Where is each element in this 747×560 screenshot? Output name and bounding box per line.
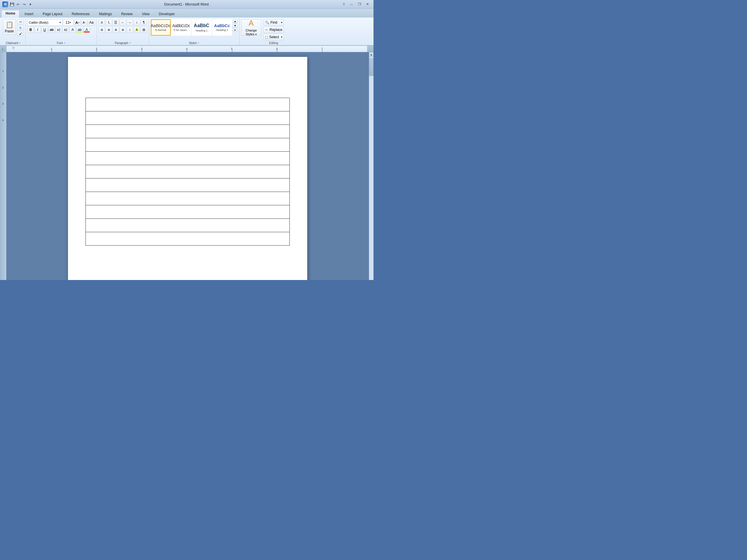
scrollbar-track[interactable]: [369, 57, 374, 280]
indent-marker[interactable]: ▽: [12, 46, 15, 50]
scrollbar-thumb[interactable]: [369, 58, 374, 76]
change-case-button[interactable]: Aa: [88, 19, 95, 26]
styles-scroll-up[interactable]: ▲: [233, 19, 237, 23]
text-effects-button[interactable]: A: [70, 27, 76, 33]
paragraph-expand-icon[interactable]: ↗: [129, 42, 131, 44]
subscript-button[interactable]: x2: [55, 27, 62, 33]
copy-button[interactable]: ⎘: [17, 25, 24, 30]
find-button[interactable]: 🔍 Find ▾: [263, 19, 284, 26]
borders-button[interactable]: ⊞: [140, 27, 147, 33]
table-cell[interactable]: [86, 125, 290, 138]
italic-button[interactable]: I: [34, 27, 41, 33]
cut-button[interactable]: ✂: [17, 19, 24, 25]
highlight-color-button[interactable]: ab: [76, 27, 83, 33]
table-cell[interactable]: [86, 165, 290, 179]
clipboard-section: 📋 Paste: [3, 19, 16, 35]
font-family-selector[interactable]: Calibri (Body) ▾: [27, 19, 62, 26]
style-heading1[interactable]: AaBbC Heading 1: [192, 19, 211, 35]
tab-mailings[interactable]: Mailings: [95, 10, 116, 17]
table-cell[interactable]: [86, 192, 290, 205]
show-hide-button[interactable]: ¶: [140, 19, 147, 26]
decrease-indent-button[interactable]: ←: [120, 19, 126, 26]
document-table[interactable]: [85, 98, 290, 246]
format-painter-button[interactable]: 🖌: [17, 31, 24, 36]
decrease-font-button[interactable]: A−: [81, 19, 87, 26]
table-cell[interactable]: [86, 152, 290, 165]
styles-scroll-down[interactable]: ▼: [233, 24, 237, 28]
shading-button[interactable]: A: [134, 27, 140, 33]
tab-page-layout[interactable]: Page Layout: [38, 10, 67, 17]
save-button[interactable]: 💾: [9, 2, 15, 7]
tab-insert[interactable]: Insert: [20, 10, 37, 17]
table-cell[interactable]: [86, 232, 290, 246]
table-cell[interactable]: [86, 179, 290, 192]
align-right-button[interactable]: ≡: [113, 27, 119, 33]
font-size-selector[interactable]: 11 ▾: [63, 19, 74, 26]
select-label: Select: [269, 35, 279, 39]
replace-label: Replace: [269, 28, 282, 32]
style-normal[interactable]: AaBbCcDc ¶ Normal: [151, 19, 171, 35]
table-cell[interactable]: [86, 98, 290, 111]
ribbon-content: 📋 Paste ✂ ⎘ 🖌 Clipboard ↗: [0, 17, 374, 45]
style-heading2[interactable]: AaBbCc Heading 2: [212, 19, 232, 35]
increase-indent-button[interactable]: →: [127, 19, 133, 26]
table-cell[interactable]: [86, 138, 290, 152]
align-left-button[interactable]: ≡: [99, 27, 105, 33]
font-size-arrow[interactable]: ▾: [70, 21, 71, 24]
line-spacing-button[interactable]: ↕: [127, 27, 133, 33]
multilevel-list-button[interactable]: ☰: [113, 19, 119, 26]
find-arrow: ▾: [281, 21, 282, 24]
tab-selector[interactable]: L: [0, 46, 6, 52]
style-nospacing-preview: AaBbCcDc: [173, 23, 190, 28]
tab-home[interactable]: Home: [1, 10, 20, 18]
table-cell[interactable]: [86, 219, 290, 232]
change-styles-label: ChangeStyles ▾: [246, 29, 257, 36]
tab-references[interactable]: References: [68, 10, 94, 17]
tab-developer[interactable]: Developer: [154, 10, 179, 17]
table-cell[interactable]: [86, 205, 290, 219]
restore-button[interactable]: ❐: [356, 1, 363, 7]
strikethrough-button[interactable]: ab: [48, 27, 55, 33]
undo-button[interactable]: ↩: [16, 2, 21, 7]
change-styles-button[interactable]: A ChangeStyles ▾: [241, 19, 261, 35]
style-heading1-label: Heading 1: [196, 29, 207, 32]
align-center-button[interactable]: ≡: [106, 27, 112, 33]
superscript-button[interactable]: x2: [62, 27, 69, 33]
style-normal-label: ¶ Normal: [156, 29, 166, 31]
paragraph-group: ≡ ⒈ ☰ ← → ↕ ¶ ≡ ≡ ≡ ≡ ↕ A ⊞: [97, 18, 149, 45]
clipboard-label: Clipboard ↗: [3, 41, 24, 45]
increase-font-button[interactable]: A+: [74, 19, 80, 26]
quick-access-dropdown[interactable]: ▾: [28, 2, 33, 7]
tab-review[interactable]: Review: [117, 10, 137, 17]
style-no-spacing[interactable]: AaBbCcDc ¶ No Spaci...: [171, 19, 191, 35]
scroll-up-button[interactable]: ▲: [369, 52, 374, 57]
underline-button[interactable]: U: [42, 27, 48, 33]
table-cell[interactable]: [86, 111, 290, 125]
select-button[interactable]: ⬚ Select ▾: [263, 34, 284, 40]
change-styles-content: A ChangeStyles ▾: [241, 19, 261, 41]
replace-button[interactable]: ↔ Replace: [263, 27, 284, 33]
clipboard-expand-icon[interactable]: ↗: [19, 42, 21, 44]
font-group: Calibri (Body) ▾ 11 ▾ A+ A− Aa B I U ab: [26, 18, 97, 45]
numbering-button[interactable]: ⒈: [106, 19, 112, 26]
styles-group: AaBbCcDc ¶ Normal AaBbCcDc ¶ No Spaci...…: [149, 18, 239, 45]
bold-button[interactable]: B: [27, 27, 34, 33]
bullets-button[interactable]: ≡: [99, 19, 105, 26]
help-button[interactable]: ?: [340, 1, 347, 7]
font-size-value: 11: [66, 20, 70, 25]
tab-view[interactable]: View: [138, 10, 154, 17]
minimize-button[interactable]: ─: [348, 1, 355, 7]
paste-button[interactable]: 📋 Paste: [3, 19, 16, 35]
font-color-button[interactable]: A: [83, 27, 90, 33]
justify-button[interactable]: ≡: [120, 27, 126, 33]
styles-more[interactable]: ▾: [233, 28, 237, 32]
font-family-arrow[interactable]: ▾: [59, 21, 61, 24]
styles-expand-icon[interactable]: ↗: [197, 42, 199, 44]
redo-button[interactable]: ↪: [22, 2, 27, 7]
document-area[interactable]: [6, 52, 369, 280]
sort-button[interactable]: ↕: [134, 19, 140, 26]
vertical-scrollbar[interactable]: ▲ ▼: [369, 52, 374, 280]
font-expand-icon[interactable]: ↗: [63, 42, 66, 44]
font-group-content: Calibri (Body) ▾ 11 ▾ A+ A− Aa B I U ab: [27, 19, 95, 41]
close-button[interactable]: ✕: [364, 1, 371, 7]
